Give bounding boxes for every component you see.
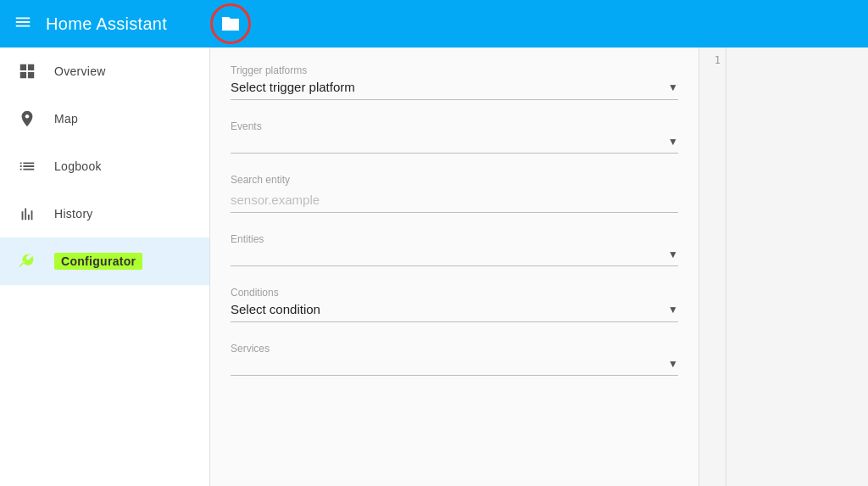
line-numbers: 1: [699, 47, 726, 486]
events-arrow: ▼: [668, 136, 678, 148]
sidebar-overview-label: Overview: [54, 64, 106, 78]
person-pin-icon: [14, 105, 41, 132]
content-area: Trigger platforms Select trigger platfor…: [210, 47, 868, 486]
folder-button[interactable]: [210, 3, 251, 44]
services-label: Services: [231, 343, 678, 355]
trigger-platforms-value: Select trigger platform: [231, 80, 355, 94]
search-entity-label: Search entity: [231, 174, 678, 186]
sidebar-item-configurator[interactable]: Configurator: [0, 237, 209, 285]
sidebar-configurator-label: Configurator: [54, 253, 142, 270]
search-entity-input[interactable]: [231, 189, 678, 213]
trigger-platforms-label: Trigger platforms: [231, 64, 678, 76]
trigger-platforms-select[interactable]: Select trigger platform ▼: [231, 80, 678, 100]
services-section: Services ▼: [231, 343, 678, 376]
wrench-icon: [14, 248, 41, 275]
sidebar-map-label: Map: [54, 112, 78, 126]
search-entity-section: Search entity: [231, 174, 678, 213]
code-panel: 1: [698, 47, 868, 486]
events-section: Events ▼: [231, 120, 678, 154]
bar-chart-icon: [14, 200, 41, 227]
sidebar-item-logbook[interactable]: Logbook: [0, 142, 209, 190]
line-number-1: 1: [704, 54, 721, 66]
trigger-platforms-section: Trigger platforms Select trigger platfor…: [231, 64, 678, 100]
services-select[interactable]: ▼: [231, 358, 678, 376]
sidebar-item-overview[interactable]: Overview: [0, 47, 209, 95]
conditions-section: Conditions Select condition ▼: [231, 287, 678, 322]
main-layout: Overview Map Logbook History Configurato: [0, 47, 868, 486]
services-arrow: ▼: [668, 358, 678, 370]
code-content[interactable]: [726, 47, 740, 486]
entities-arrow: ▼: [668, 249, 678, 260]
sidebar-item-history[interactable]: History: [0, 190, 209, 237]
events-select[interactable]: ▼: [231, 136, 678, 154]
app-title: Home Assistant: [46, 14, 167, 34]
list-icon: [14, 153, 41, 180]
conditions-value: Select condition: [231, 302, 320, 316]
conditions-arrow: ▼: [668, 304, 678, 316]
conditions-select[interactable]: Select condition ▼: [231, 302, 678, 322]
sidebar-logbook-label: Logbook: [54, 159, 102, 173]
conditions-label: Conditions: [231, 287, 678, 299]
entities-section: Entities ▼: [231, 233, 678, 266]
app-header: Home Assistant: [0, 0, 868, 47]
sidebar: Overview Map Logbook History Configurato: [0, 47, 210, 486]
grid-icon: [14, 58, 41, 85]
sidebar-item-map[interactable]: Map: [0, 95, 209, 142]
entities-select[interactable]: ▼: [231, 249, 678, 266]
events-label: Events: [231, 120, 678, 132]
menu-icon[interactable]: [14, 13, 32, 36]
form-panel: Trigger platforms Select trigger platfor…: [210, 47, 698, 486]
sidebar-history-label: History: [54, 207, 93, 221]
trigger-platforms-arrow: ▼: [668, 81, 678, 93]
entities-label: Entities: [231, 233, 678, 245]
